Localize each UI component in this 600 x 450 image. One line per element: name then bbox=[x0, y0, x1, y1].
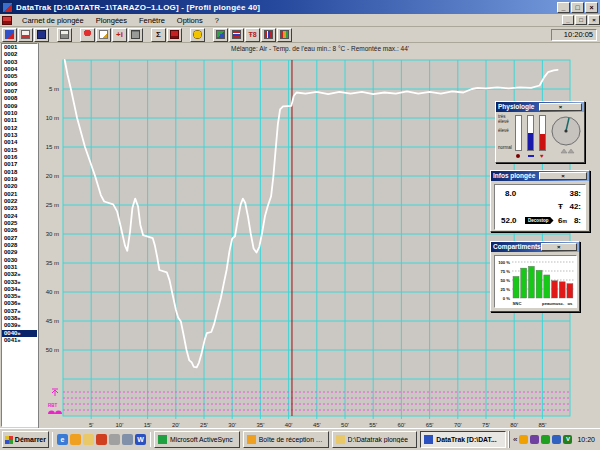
dive-list-item[interactable]: 0022 bbox=[2, 198, 37, 205]
datatrak-icon bbox=[424, 435, 433, 444]
dive-list-item[interactable]: 0009 bbox=[2, 103, 37, 110]
dive-list-item[interactable]: 0001 bbox=[2, 44, 37, 51]
task-button-activesync[interactable]: Microsoft ActiveSync bbox=[154, 431, 240, 448]
toolbar-clock: 10:20:05 bbox=[551, 29, 597, 41]
open-logbook-button[interactable] bbox=[18, 28, 33, 42]
dive-list[interactable]: 0001000200030004000500060007000800090010… bbox=[1, 43, 38, 427]
dive-list-item[interactable]: 0025 bbox=[2, 220, 37, 227]
dive-list-item[interactable]: 0023 bbox=[2, 205, 37, 212]
tray-shield-icon[interactable] bbox=[530, 435, 539, 444]
menu-item-plong-es[interactable]: Plongées bbox=[90, 15, 133, 26]
dive-list-item[interactable]: 0008 bbox=[2, 95, 37, 102]
compartiments-close-icon[interactable]: × bbox=[541, 243, 577, 251]
dive-list-item[interactable]: 0011 bbox=[2, 117, 37, 124]
start-button[interactable]: Démarrer bbox=[2, 431, 49, 448]
profile-bars-button[interactable] bbox=[261, 28, 276, 42]
dive-list-item[interactable]: 0041» bbox=[2, 337, 37, 344]
menu-item-?[interactable]: ? bbox=[209, 15, 225, 26]
task-label: DataTrak [D:\DAT... bbox=[436, 436, 496, 443]
dive-list-item[interactable]: 0029 bbox=[2, 249, 37, 256]
dive-list-item[interactable]: 0035» bbox=[2, 293, 37, 300]
dive-list-item[interactable]: 0007 bbox=[2, 88, 37, 95]
dive-list-item-selected[interactable]: 0040» bbox=[2, 330, 37, 337]
dive-list-item[interactable]: 0027 bbox=[2, 235, 37, 242]
child-minimize-button[interactable]: _ bbox=[562, 15, 574, 25]
tray-antivirus-icon[interactable] bbox=[552, 435, 561, 444]
dive-list-item[interactable]: 0026 bbox=[2, 227, 37, 234]
tray-orange-icon[interactable] bbox=[519, 435, 528, 444]
internet-explorer-icon[interactable]: e bbox=[57, 434, 68, 445]
child-restore-button[interactable]: □ bbox=[575, 15, 587, 25]
dive-list-item[interactable]: 0005 bbox=[2, 73, 37, 80]
statistics-sum-button[interactable]: Σ bbox=[151, 28, 166, 42]
tray-sync-icon[interactable] bbox=[541, 435, 550, 444]
logbook-view-button[interactable] bbox=[167, 28, 182, 42]
print-button[interactable] bbox=[57, 28, 72, 42]
document-icon[interactable] bbox=[2, 16, 12, 25]
tray-v-icon[interactable]: V bbox=[563, 435, 572, 444]
physiologie-titlebar[interactable]: Physiologie × bbox=[496, 102, 584, 112]
infos-titlebar[interactable]: Infos plongée × bbox=[491, 171, 589, 181]
profile-temperature-button[interactable]: Ŧ8 bbox=[245, 28, 260, 42]
dive-list-item[interactable]: 0034» bbox=[2, 286, 37, 293]
profile-graph-button[interactable] bbox=[213, 28, 228, 42]
dive-list-item[interactable]: 0015 bbox=[2, 147, 37, 154]
dive-list-item[interactable]: 0036» bbox=[2, 300, 37, 307]
dive-list-item[interactable]: 0010 bbox=[2, 110, 37, 117]
new-logbook-button[interactable] bbox=[2, 28, 17, 42]
dive-list-item[interactable]: 0037» bbox=[2, 308, 37, 315]
dive-list-item[interactable]: 0039» bbox=[2, 322, 37, 329]
dive-list-item[interactable]: 0004 bbox=[2, 66, 37, 73]
tray-chevron-icon[interactable]: « bbox=[513, 435, 517, 444]
media-player-icon[interactable] bbox=[96, 434, 107, 445]
delete-dive-button[interactable] bbox=[128, 28, 143, 42]
diver-button[interactable] bbox=[80, 28, 95, 42]
dive-list-item[interactable]: 0012 bbox=[2, 125, 37, 132]
dive-list-item[interactable]: 0016 bbox=[2, 154, 37, 161]
dive-list-item[interactable]: 0038» bbox=[2, 315, 37, 322]
dive-list-item[interactable]: 0006 bbox=[2, 81, 37, 88]
dive-list-item[interactable]: 0002 bbox=[2, 51, 37, 58]
dive-list-item[interactable]: 0017 bbox=[2, 161, 37, 168]
dive-list-item[interactable]: 0013 bbox=[2, 132, 37, 139]
task-button-inbox[interactable]: Boîte de réception - ... bbox=[243, 431, 329, 448]
dive-list-item[interactable]: 0033» bbox=[2, 279, 37, 286]
compartment-bar bbox=[544, 275, 550, 298]
dive-list-item[interactable]: 0028 bbox=[2, 242, 37, 249]
window-icon[interactable] bbox=[122, 434, 133, 445]
profile-table-button[interactable] bbox=[229, 28, 244, 42]
minimize-button[interactable]: _ bbox=[557, 2, 570, 13]
dive-list-item[interactable]: 0024 bbox=[2, 213, 37, 220]
folder-icon[interactable] bbox=[83, 434, 94, 445]
infos-close-icon[interactable]: × bbox=[539, 172, 587, 180]
profile-saturation-button[interactable] bbox=[277, 28, 292, 42]
physio-heart-icon: ♥ bbox=[540, 154, 544, 159]
task-button-datatrak-active[interactable]: DataTrak [D:\DAT... bbox=[420, 431, 506, 448]
dive-list-item[interactable]: 0032» bbox=[2, 271, 37, 278]
restore-button[interactable]: □ bbox=[571, 2, 584, 13]
add-dive-info-button[interactable]: +i bbox=[112, 28, 127, 42]
task-button-folder[interactable]: D:\Datatrak plongée bbox=[332, 431, 418, 448]
physiologie-close-icon[interactable]: × bbox=[539, 103, 582, 111]
show-desktop-icon[interactable] bbox=[109, 434, 120, 445]
dive-timer-button[interactable] bbox=[190, 28, 205, 42]
dive-list-item[interactable]: 0021 bbox=[2, 191, 37, 198]
dive-list-item[interactable]: 0020 bbox=[2, 183, 37, 190]
save-logbook-button[interactable] bbox=[34, 28, 49, 42]
mail-icon[interactable] bbox=[70, 434, 81, 445]
menu-item-carnet-de-plong-e[interactable]: Carnet de plongée bbox=[16, 15, 90, 26]
close-button[interactable]: × bbox=[585, 2, 598, 13]
menu-item-fen-tre[interactable]: Fenêtre bbox=[133, 15, 171, 26]
compartment-bar bbox=[567, 284, 573, 298]
dive-list-item[interactable]: 0014 bbox=[2, 139, 37, 146]
dive-list-item[interactable]: 0031 bbox=[2, 264, 37, 271]
dive-list-item[interactable]: 0003 bbox=[2, 59, 37, 66]
edit-dive-button[interactable] bbox=[96, 28, 111, 42]
dive-list-item[interactable]: 0018 bbox=[2, 169, 37, 176]
dive-list-item[interactable]: 0030 bbox=[2, 257, 37, 264]
compartiments-titlebar[interactable]: Compartiments × bbox=[491, 242, 579, 252]
menu-item-options[interactable]: Options bbox=[171, 15, 209, 26]
word-icon[interactable]: W bbox=[135, 434, 146, 445]
dive-list-item[interactable]: 0019 bbox=[2, 176, 37, 183]
child-close-button[interactable]: × bbox=[588, 15, 600, 25]
